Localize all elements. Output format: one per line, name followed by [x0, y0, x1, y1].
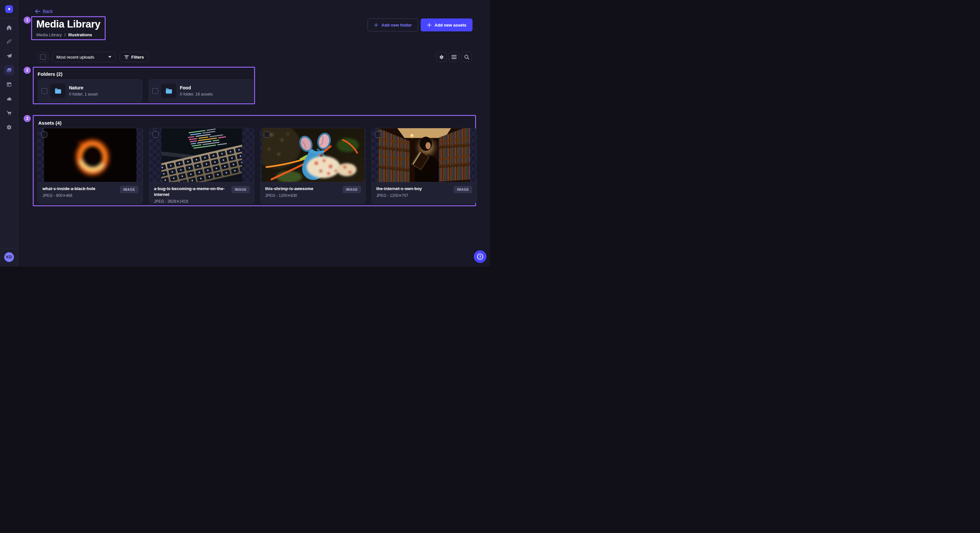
folder-checkbox[interactable] [41, 88, 47, 94]
laptop-code-image [161, 128, 242, 182]
folder-icon [165, 87, 173, 95]
folders-heading: Folders (2) [38, 71, 62, 77]
asset-thumbnail [261, 128, 365, 182]
asset-card-laptop-code[interactable]: a-bug-is-becoming-a-meme-on-the-internet… [149, 128, 255, 204]
plus-icon [427, 23, 432, 27]
asset-thumbnail [38, 128, 143, 182]
filters-button[interactable]: Filters [119, 52, 149, 62]
asset-card-shrimp[interactable]: this-shrimp-is-awesome JPEG - 1200✕630 I… [260, 128, 366, 204]
paper-plane-icon [6, 53, 12, 59]
page-title: Media Library [36, 19, 105, 30]
grid-settings-button[interactable] [436, 52, 447, 62]
asset-title: this-shrimp-is-awesome [265, 186, 342, 192]
folder-meta: 0 folder, 16 assets [180, 92, 213, 97]
mantis-shrimp-image [262, 128, 364, 182]
asset-meta: JPEG - 1200✕630 [265, 194, 361, 198]
black-hole-image [44, 128, 137, 182]
folder-name: Nature [69, 85, 97, 90]
asset-checkbox[interactable] [375, 132, 381, 138]
list-view-button[interactable] [449, 52, 459, 62]
home-icon [6, 24, 12, 31]
asset-checkbox[interactable] [41, 132, 47, 138]
sidebar-item-marketplace[interactable] [4, 108, 14, 118]
sidebar-item-content[interactable] [4, 36, 14, 47]
select-all-checkbox[interactable] [40, 54, 46, 60]
toolbar: Most recent uploads Filters [38, 52, 149, 62]
add-new-assets-label: Add new assets [434, 23, 466, 27]
asset-type-badge: IMAGE [342, 186, 361, 194]
cloud-icon [6, 95, 12, 102]
asset-card-black-hole[interactable]: what-s-inside-a-black-hole JPEG - 800✕46… [38, 128, 143, 204]
back-link[interactable]: Back [35, 9, 53, 14]
sidebar-item-media-library[interactable] [4, 65, 14, 75]
asset-footer: what-s-inside-a-black-hole JPEG - 800✕46… [38, 182, 143, 204]
user-avatar[interactable]: KD [4, 252, 14, 262]
assets-heading: Assets (4) [38, 120, 62, 125]
help-button[interactable]: ? [474, 250, 487, 263]
asset-footer: this-shrimp-is-awesome JPEG - 1200✕630 I… [261, 182, 365, 204]
strapi-logo[interactable] [5, 5, 13, 13]
asset-type-badge: IMAGE [454, 186, 472, 194]
feather-icon [6, 38, 12, 45]
asset-thumbnail [150, 128, 254, 182]
add-new-assets-button[interactable]: Add new assets [421, 19, 473, 32]
filters-label: Filters [131, 55, 144, 60]
select-all-control[interactable] [38, 52, 48, 62]
asset-title: a-bug-is-becoming-a-meme-on-the-internet [154, 186, 231, 198]
add-new-folder-label: Add new folder [382, 23, 412, 27]
cart-icon [6, 110, 12, 116]
asset-meta: JPEG - 3628✕2419 [154, 199, 250, 204]
breadcrumb-parent[interactable]: Media Library [36, 32, 62, 37]
folder-icon [54, 87, 62, 95]
search-icon [464, 54, 469, 60]
asset-meta: JPEG - 800✕466 [43, 194, 138, 198]
chevron-down-icon [108, 56, 111, 58]
folder-meta: 0 folder, 1 asset [69, 92, 97, 97]
asset-checkbox[interactable] [264, 132, 270, 138]
sort-dropdown-value: Most recent uploads [56, 55, 94, 60]
annotation-badge-3: 3 [24, 115, 31, 122]
sidebar-item-content-type-builder[interactable] [4, 79, 14, 90]
layout-icon [6, 81, 12, 88]
annotation-badge-1: 1 [24, 16, 31, 24]
asset-thumbnail [372, 128, 476, 182]
folder-card-food[interactable]: Food 0 folder, 16 assets [149, 79, 253, 102]
folder-card-nature[interactable]: Nature 0 folder, 1 asset [38, 79, 142, 102]
sidebar-divider-bottom [0, 248, 18, 248]
asset-card-library[interactable]: the-internet-s-own-boy JPEG - 1200✕707 I… [371, 128, 477, 204]
arrow-left-icon [35, 9, 40, 14]
asset-title: what-s-inside-a-black-hole [43, 186, 119, 192]
asset-type-badge: IMAGE [120, 186, 138, 194]
sidebar-nav [4, 22, 14, 132]
list-icon [452, 55, 457, 59]
asset-footer: a-bug-is-becoming-a-meme-on-the-internet… [150, 182, 254, 204]
sidebar-item-home[interactable] [4, 22, 14, 33]
sidebar-item-settings[interactable] [4, 122, 14, 132]
annotation-box-assets: Assets (4) what-s-inside-a [33, 115, 476, 206]
strapi-logo-icon [6, 6, 12, 12]
sidebar: KD [0, 0, 18, 266]
search-button[interactable] [461, 52, 472, 62]
folder-checkbox[interactable] [152, 88, 158, 94]
asset-title: the-internet-s-own-boy [376, 186, 453, 192]
folder-name: Food [180, 85, 213, 90]
plus-icon [374, 23, 379, 27]
sidebar-item-deploy[interactable] [4, 94, 14, 104]
annotation-box-title: Media Library Media Library / Illustrati… [31, 16, 106, 40]
sort-dropdown[interactable]: Most recent uploads [52, 52, 116, 62]
asset-footer: the-internet-s-own-boy JPEG - 1200✕707 I… [372, 182, 476, 204]
sidebar-item-releases[interactable] [4, 51, 14, 61]
library-portrait-image [379, 128, 470, 182]
back-label: Back [43, 9, 53, 14]
asset-meta: JPEG - 1200✕707 [376, 194, 472, 198]
folder-icon-tile [161, 84, 176, 98]
sidebar-divider-top [0, 18, 18, 18]
breadcrumb-current: Illustrations [68, 32, 92, 37]
filter-icon [124, 56, 129, 59]
gear-icon [6, 124, 12, 130]
asset-checkbox[interactable] [153, 132, 159, 138]
asset-type-badge: IMAGE [231, 186, 250, 194]
media-library-page: KD Back 1 Media Library Media Library / … [0, 0, 490, 266]
media-library-icon [6, 67, 12, 73]
add-new-folder-button[interactable]: Add new folder [368, 19, 418, 32]
